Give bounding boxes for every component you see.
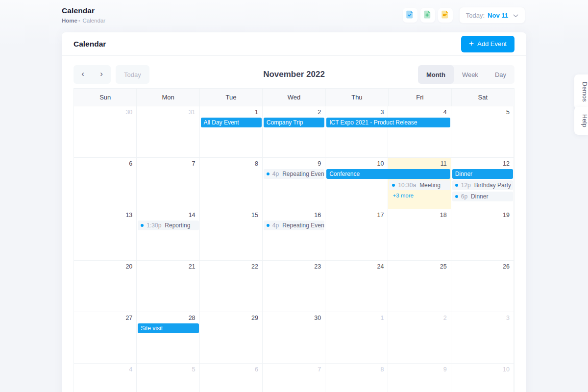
day-cell[interactable]: 1 — [200, 106, 263, 157]
day-cell[interactable]: 4 — [74, 364, 137, 392]
day-header-wed: Wed — [263, 89, 325, 106]
day-cell[interactable]: 22 — [200, 261, 263, 312]
next-month-button[interactable]: › — [92, 65, 111, 84]
event-title: Dinner — [471, 193, 488, 200]
topbar-actions: Today: Nov 11 — [400, 7, 525, 24]
event-bar[interactable]: Company Trip — [264, 118, 324, 127]
view-week-button[interactable]: Week — [454, 65, 487, 84]
day-cell[interactable]: 31 — [137, 106, 199, 157]
day-cell[interactable]: 19 — [451, 209, 514, 260]
event-item[interactable]: 4pRepeating Event — [264, 169, 324, 179]
card-title: Calendar — [74, 40, 106, 49]
today-button[interactable]: Today — [116, 65, 149, 84]
day-cell[interactable]: 30 — [74, 106, 137, 157]
event-time: 12p — [461, 182, 471, 189]
event-title: Birthday Party — [474, 182, 511, 189]
quick-action-tasks-button[interactable] — [403, 8, 417, 23]
day-cell[interactable]: 10 — [325, 158, 388, 209]
prev-month-button[interactable]: ‹ — [74, 65, 92, 84]
demos-side-tab[interactable]: Demos — [574, 74, 588, 109]
today-date-label: Today: — [466, 12, 485, 19]
quick-action-new-file-button[interactable] — [420, 8, 435, 23]
day-cell[interactable]: 1 — [325, 312, 388, 363]
date-number: 2 — [388, 315, 446, 322]
today-date-dropdown[interactable]: Today: Nov 11 — [459, 7, 525, 24]
event-bar[interactable]: Site visit — [138, 323, 198, 333]
day-cell[interactable]: 6 — [74, 158, 137, 209]
day-cell[interactable]: 7 — [263, 364, 325, 392]
event-title: Repeating Event — [282, 222, 324, 229]
day-cell[interactable]: 3 — [451, 312, 514, 363]
help-side-tab[interactable]: Help — [574, 107, 588, 135]
day-cell[interactable]: 14 — [137, 209, 199, 260]
day-cell[interactable]: 21 — [137, 261, 199, 312]
more-events-link[interactable]: +3 more — [389, 192, 414, 199]
event-item[interactable]: 10:30aMeeting — [389, 180, 450, 190]
quick-action-notes-button[interactable] — [438, 8, 453, 23]
date-number: 8 — [325, 366, 384, 373]
calendar-page: Calendar Home • Calendar — [0, 0, 588, 392]
week-row: 67891011124pRepeating EventConferenceDin… — [74, 158, 514, 209]
day-cell[interactable]: 24 — [325, 261, 388, 312]
day-cell[interactable]: 17 — [325, 209, 388, 260]
event-bar[interactable]: ICT Expo 2021 - Product Release — [326, 118, 450, 127]
day-cell[interactable]: 16 — [263, 209, 325, 260]
day-cell[interactable]: 3 — [325, 106, 388, 157]
day-cell[interactable]: 28 — [137, 312, 199, 363]
breadcrumb: Home • Calendar — [62, 18, 105, 24]
add-event-label: Add Event — [477, 40, 507, 48]
day-cell[interactable]: 2 — [263, 106, 325, 157]
day-header-sun: Sun — [74, 89, 137, 106]
view-day-button[interactable]: Day — [487, 65, 514, 84]
day-cell[interactable]: 23 — [263, 261, 325, 312]
day-cell[interactable]: 25 — [388, 261, 451, 312]
event-bar[interactable]: All Day Event — [201, 118, 262, 127]
day-cell[interactable]: 13 — [74, 209, 137, 260]
event-title: Repeating Event — [282, 171, 324, 177]
file-plus-icon — [423, 10, 432, 21]
breadcrumb-home-link[interactable]: Home — [62, 18, 77, 24]
date-number: 16 — [263, 212, 321, 219]
day-cell[interactable]: 5 — [451, 106, 514, 157]
event-item[interactable]: 6pDinner — [452, 192, 513, 201]
week-row: 303112345All Day EventCompany TripICT Ex… — [74, 106, 514, 158]
event-dot-icon — [141, 224, 144, 227]
day-cell[interactable]: 10 — [451, 364, 514, 392]
day-cell[interactable]: 27 — [74, 312, 137, 363]
event-item[interactable]: 12pBirthday Party — [452, 180, 513, 190]
day-cell[interactable]: 6 — [200, 364, 263, 392]
day-cell[interactable]: 8 — [325, 364, 388, 392]
day-cell[interactable]: 7 — [137, 158, 199, 209]
day-cell[interactable]: 5 — [137, 364, 199, 392]
day-cell[interactable]: 8 — [200, 158, 263, 209]
day-cell[interactable]: 15 — [200, 209, 263, 260]
event-bar[interactable]: Conference — [326, 169, 450, 179]
date-number: 17 — [325, 212, 384, 219]
event-item[interactable]: 1:30pReporting — [138, 220, 198, 230]
day-cell[interactable]: 29 — [200, 312, 263, 363]
day-cell[interactable]: 4 — [388, 106, 451, 157]
breadcrumb-separator: • — [78, 18, 80, 24]
event-item[interactable]: 4pRepeating Event — [264, 220, 324, 230]
date-number: 3 — [451, 315, 510, 322]
day-cell[interactable]: 18 — [388, 209, 451, 260]
date-number: 15 — [200, 212, 258, 219]
nav-button-group: ‹ › — [74, 65, 111, 84]
day-cell[interactable]: 2 — [388, 312, 451, 363]
date-number: 30 — [263, 315, 321, 322]
event-time: 4p — [272, 171, 279, 177]
date-number: 10 — [451, 366, 510, 373]
topbar: Calendar Home • Calendar — [62, 0, 526, 30]
day-header-fri: Fri — [389, 89, 451, 106]
day-cell[interactable]: 20 — [74, 261, 137, 312]
today-date-value: Nov 11 — [488, 12, 508, 19]
add-event-button[interactable]: + Add Event — [461, 36, 514, 52]
view-month-button[interactable]: Month — [418, 65, 454, 84]
date-number: 6 — [74, 160, 132, 168]
day-cell[interactable]: 9 — [388, 364, 451, 392]
event-bar[interactable]: Dinner — [452, 169, 513, 179]
day-cell[interactable]: 26 — [451, 261, 514, 312]
date-number: 25 — [388, 263, 446, 270]
day-cell[interactable]: 9 — [263, 158, 325, 209]
day-cell[interactable]: 30 — [263, 312, 325, 363]
